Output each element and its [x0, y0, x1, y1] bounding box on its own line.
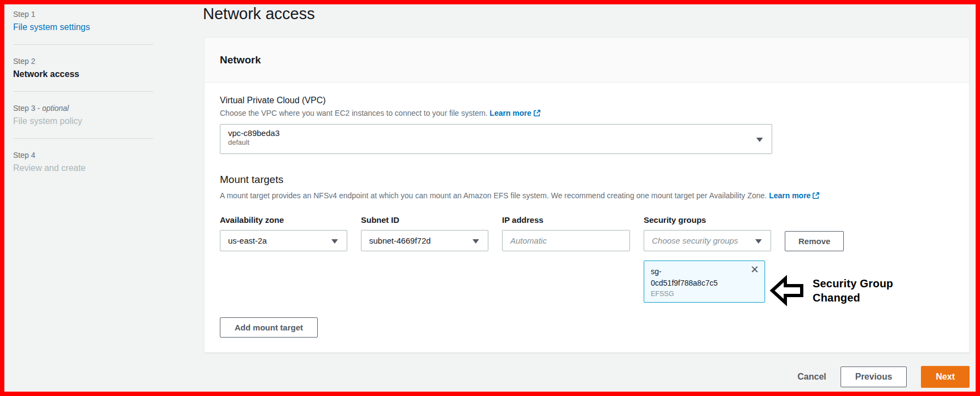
step-2-label: Step 2: [13, 57, 153, 66]
vpc-selected-value: vpc-c89beda3: [228, 128, 764, 138]
security-group-id-line2: 0cd51f9f788a8c7c5: [651, 277, 758, 289]
sidebar-item-review-and-create: Review and create: [13, 163, 153, 173]
security-groups-select[interactable]: Choose security groups: [644, 230, 771, 251]
security-groups-column: Security groups Choose security groups s…: [644, 215, 771, 303]
vpc-learn-more-label: Learn more: [489, 109, 531, 117]
mount-targets-description-text: A mount target provides an NFSv4 endpoin…: [220, 191, 767, 200]
step-4-block: Step 4 Review and create: [13, 146, 153, 185]
mount-targets-title: Mount targets: [220, 174, 954, 186]
annotation-line2: Changed: [813, 291, 893, 305]
divider: [13, 44, 153, 45]
wizard-steps-sidebar: Step 1 File system settings Step 2 Netwo…: [13, 5, 153, 185]
step-4-number: Step 4: [13, 151, 35, 159]
vpc-description-text: Choose the VPC where you want EC2 instan…: [220, 109, 487, 117]
sidebar-item-file-system-policy: File system policy: [13, 116, 153, 126]
mount-targets-learn-more-label: Learn more: [769, 191, 810, 200]
vpc-description: Choose the VPC where you want EC2 instan…: [220, 109, 954, 117]
subnet-id-column: Subnet ID subnet-4669f72d: [361, 215, 488, 303]
divider: [13, 91, 153, 92]
remove-button[interactable]: Remove: [785, 231, 844, 251]
sidebar-item-network-access: Network access: [13, 69, 153, 79]
step-4-label: Step 4: [13, 151, 153, 159]
availability-zone-value: us-east-2a: [228, 236, 267, 245]
availability-zone-select[interactable]: us-east-2a: [220, 230, 347, 251]
security-group-annotation: Security Group Changed: [769, 275, 893, 306]
security-group-id-line1: sg-: [651, 266, 758, 277]
external-link-icon: [812, 192, 820, 199]
mount-targets-description: A mount target provides an NFSv4 endpoin…: [220, 191, 954, 200]
step-1-block: Step 1 File system settings: [13, 5, 153, 44]
mount-targets-learn-more-link[interactable]: Learn more: [769, 191, 820, 200]
step-3-number: Step 3 -: [13, 104, 40, 113]
previous-button[interactable]: Previous: [841, 367, 907, 387]
vpc-selected-sub: default: [228, 138, 764, 146]
close-icon[interactable]: ✕: [750, 264, 759, 275]
step-3-block: Step 3 - optional File system policy: [13, 99, 153, 138]
chevron-down-icon: [331, 239, 338, 244]
annotated-screenshot-frame: Step 1 File system settings Step 2 Netwo…: [0, 0, 980, 396]
security-groups-placeholder: Choose security groups: [652, 236, 748, 245]
step-1-label: Step 1: [13, 10, 153, 19]
step-1-number: Step 1: [13, 10, 35, 19]
security-groups-header: Security groups: [644, 215, 771, 224]
annotation-line1: Security Group: [813, 276, 893, 291]
subnet-id-value: subnet-4669f72d: [369, 236, 431, 245]
chevron-down-icon: [755, 239, 762, 244]
step-2-number: Step 2: [13, 57, 35, 66]
step-2-block: Step 2 Network access: [13, 52, 153, 91]
network-card-header: Network: [205, 38, 969, 82]
chevron-down-icon: [756, 138, 763, 142]
wizard-footer: Cancel Previous Next: [204, 366, 970, 388]
left-arrow-icon: [769, 275, 804, 306]
chevron-down-icon: [472, 239, 479, 244]
next-button[interactable]: Next: [921, 366, 970, 388]
security-group-name: EFSSG: [651, 290, 758, 298]
page-title: Network access: [203, 5, 315, 23]
ip-address-column: IP address: [502, 215, 630, 303]
network-card-title: Network: [220, 54, 261, 66]
vpc-learn-more-link[interactable]: Learn more: [489, 109, 540, 117]
subnet-id-header: Subnet ID: [361, 215, 488, 224]
sidebar-item-file-system-settings[interactable]: File system settings: [13, 22, 153, 32]
availability-zone-column: Availability zone us-east-2a: [220, 215, 347, 303]
vpc-label: Virtual Private Cloud (VPC): [220, 96, 954, 105]
network-card-body: Virtual Private Cloud (VPC) Choose the V…: [205, 82, 969, 350]
step-3-label: Step 3 - optional: [13, 104, 153, 113]
ip-address-input[interactable]: [502, 230, 630, 251]
add-mount-target-button[interactable]: Add mount target: [220, 317, 318, 338]
divider: [13, 138, 153, 139]
cancel-button[interactable]: Cancel: [797, 372, 826, 382]
step-3-optional-tag: optional: [42, 104, 69, 113]
external-link-icon: [533, 109, 541, 117]
availability-zone-header: Availability zone: [220, 215, 347, 224]
selected-security-group-chip: sg- 0cd51f9f788a8c7c5 EFSSG ✕: [644, 261, 765, 303]
subnet-id-select[interactable]: subnet-4669f72d: [361, 230, 488, 251]
annotation-text: Security Group Changed: [813, 276, 893, 305]
network-card: Network Virtual Private Cloud (VPC) Choo…: [204, 37, 970, 353]
vpc-select[interactable]: vpc-c89beda3 default: [220, 124, 772, 154]
ip-address-header: IP address: [502, 215, 630, 224]
